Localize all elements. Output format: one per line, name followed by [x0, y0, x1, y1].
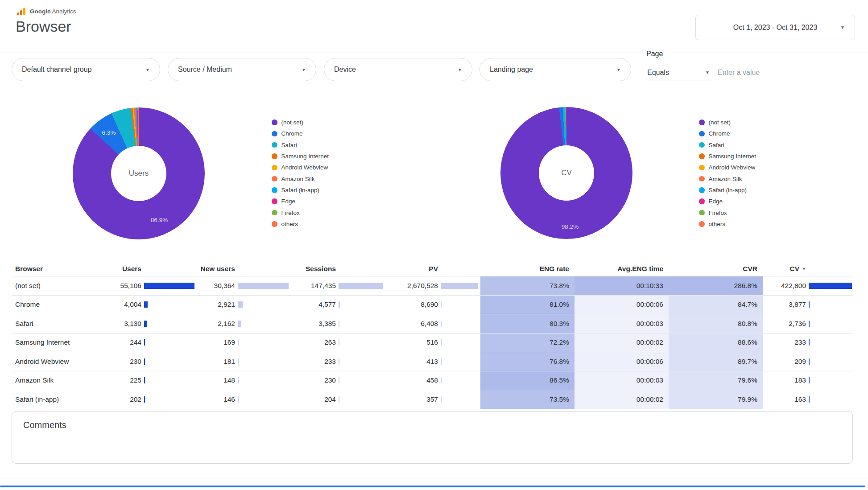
legend-item[interactable]: others [699, 218, 756, 230]
column-header-sessions[interactable]: Sessions [290, 261, 337, 276]
legend-item[interactable]: Chrome [272, 128, 329, 139]
legend-label: (not set) [709, 119, 731, 126]
value-bar [144, 396, 145, 403]
cell-pv: 458 [384, 371, 439, 390]
legend-item[interactable]: Amazon Silk [272, 173, 329, 184]
barcell-users [143, 314, 196, 333]
legend-item[interactable]: Safari [699, 140, 756, 151]
chevron-down-icon: ▼ [705, 70, 710, 75]
legend-swatch-icon [699, 210, 705, 216]
filter-chip-source-medium[interactable]: Source / Medium ▼ [168, 58, 316, 81]
legend-item[interactable]: Safari [272, 140, 329, 151]
cell-cvr: 79.6% [669, 371, 763, 390]
value-bar [441, 339, 442, 346]
legend-swatch-icon [699, 131, 705, 137]
slice-label-chrome: 6.3% [102, 129, 116, 136]
column-header-new-users[interactable]: New users [196, 261, 236, 276]
donut-center-label: Users [129, 169, 149, 178]
cell-sessions: 147,435 [290, 276, 337, 295]
cell-sessions: 4,577 [290, 296, 337, 314]
value-bar [238, 283, 289, 289]
cell-eng-rate: 86.5% [480, 371, 575, 390]
cell-new-users: 169 [196, 334, 236, 352]
barcell-cv [807, 296, 853, 314]
page-value-input[interactable] [717, 64, 852, 81]
legend-item[interactable]: Safari (in-app) [272, 185, 329, 196]
legend-item[interactable]: Android Webview [272, 162, 329, 173]
cell-new-users: 148 [196, 371, 236, 390]
legend-item[interactable]: Safari (in-app) [699, 185, 756, 196]
legend-swatch-icon [699, 142, 705, 148]
cell-users: 4,004 [98, 296, 143, 314]
legend-item[interactable]: Samsung Internet [272, 151, 329, 162]
legend-item[interactable]: Android Webview [699, 162, 756, 173]
legend-item[interactable]: others [272, 218, 329, 230]
table-row: Safari (in-app)20214620435773.5%00:00:02… [12, 390, 853, 409]
column-header-cv[interactable]: CV ▼ [763, 261, 807, 276]
column-header-eng-rate[interactable]: ENG rate [480, 261, 575, 276]
value-bar [144, 339, 145, 346]
legend-item[interactable]: Edge [699, 196, 756, 207]
table-header-row: Browser Users New users Sessions PV ENG … [12, 261, 853, 276]
chevron-down-icon: ▼ [145, 67, 150, 72]
legend-item[interactable]: Amazon Silk [699, 173, 756, 184]
column-header-pv[interactable]: PV [384, 261, 439, 276]
comments-box[interactable]: Comments [12, 411, 853, 464]
legend-item[interactable]: Edge [272, 196, 329, 207]
horizontal-scrollbar[interactable] [0, 486, 865, 487]
cell-new-users: 181 [196, 352, 236, 371]
chevron-down-icon: ▼ [302, 67, 306, 72]
comments-label: Comments [23, 420, 66, 430]
logo-word-analytics: Analytics [52, 8, 76, 15]
legend-swatch-icon [272, 198, 277, 204]
legend-item[interactable]: (not set) [272, 117, 329, 128]
cell-pv: 8,690 [384, 296, 439, 314]
cell-eng-rate: 80.3% [480, 314, 575, 333]
value-bar [238, 358, 239, 365]
legend-item[interactable]: Firefox [699, 207, 756, 218]
cell-cv: 183 [763, 371, 807, 390]
value-bar [441, 283, 478, 289]
legend-swatch-icon [272, 210, 277, 216]
legend-swatch-icon [272, 142, 277, 148]
filter-chip-default-channel-group[interactable]: Default channel group ▼ [12, 58, 160, 81]
cell-cvr: 79.9% [669, 390, 763, 409]
legend-swatch-icon [699, 165, 705, 171]
cell-users: 3,130 [98, 314, 143, 333]
cell-sessions: 263 [290, 334, 337, 352]
value-bar [809, 339, 810, 346]
cell-cvr: 80.8% [669, 314, 763, 333]
column-header-avg-eng-time[interactable]: Avg.ENG time [575, 261, 669, 276]
legend-item[interactable]: Firefox [272, 207, 329, 218]
legend-item[interactable]: Samsung Internet [699, 151, 756, 162]
legend-label: Amazon Silk [709, 176, 742, 182]
legend-swatch-icon [272, 221, 277, 227]
page-operator-select[interactable]: Equals ▼ [646, 64, 711, 81]
legend-label: Samsung Internet [281, 153, 329, 160]
filter-chip-device[interactable]: Device ▼ [324, 58, 472, 81]
donut-hole: CV [539, 145, 594, 201]
barcell-pv [439, 314, 480, 333]
cell-cv: 2,736 [763, 314, 807, 333]
date-range-selector[interactable]: Oct 1, 2023 - Oct 31, 2023 ▼ [695, 15, 855, 40]
barcell-cv [807, 371, 853, 390]
barcell-new-users [236, 314, 290, 333]
cell-avg-eng-time: 00:00:02 [575, 334, 669, 352]
filter-chip-landing-page[interactable]: Landing page ▼ [479, 58, 631, 81]
column-header-browser[interactable]: Browser [12, 261, 98, 276]
header-spacer [807, 261, 853, 276]
column-header-cvr[interactable]: CVR [669, 261, 763, 276]
cell-cv: 163 [763, 390, 807, 409]
barcell-cv [807, 276, 853, 295]
legend-label: Samsung Internet [709, 153, 756, 160]
legend-item[interactable]: (not set) [699, 117, 756, 128]
column-header-users[interactable]: Users [98, 261, 143, 276]
table-row: Amazon Silk22514823045886.5%00:00:0379.6… [12, 371, 853, 391]
legend-label: Firefox [281, 210, 300, 216]
legend-label: Firefox [709, 210, 727, 216]
slice-label-not-set: 86.9% [151, 217, 168, 223]
cell-users: 55,106 [98, 276, 143, 295]
cell-browser: Safari (in-app) [12, 390, 98, 409]
barcell-cv [807, 390, 853, 409]
legend-item[interactable]: Chrome [699, 128, 756, 139]
